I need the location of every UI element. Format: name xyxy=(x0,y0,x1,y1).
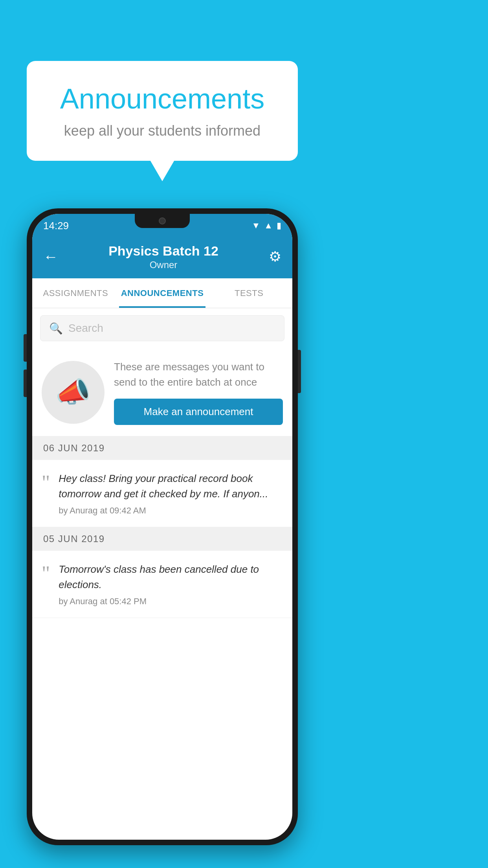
volume-up-button[interactable] xyxy=(24,334,27,362)
search-bar[interactable]: 🔍 Search xyxy=(40,315,284,341)
date-section-2: 05 JUN 2019 xyxy=(32,527,292,551)
status-icons: ▼ ▲ ▮ xyxy=(251,221,281,231)
bubble-subtitle: keep all your students informed xyxy=(50,123,274,139)
search-container: 🔍 Search xyxy=(32,308,292,348)
prompt-description: These are messages you want to send to t… xyxy=(114,359,283,390)
make-announcement-button[interactable]: Make an announcement xyxy=(114,399,283,425)
search-icon: 🔍 xyxy=(49,322,63,335)
camera xyxy=(159,217,166,224)
tab-assignments[interactable]: ASSIGNMENTS xyxy=(32,278,119,308)
announcement-prompt: 📣 These are messages you want to send to… xyxy=(32,348,292,436)
wifi-icon: ▼ xyxy=(251,221,260,231)
notch xyxy=(135,214,190,228)
settings-button[interactable]: ⚙ xyxy=(269,248,281,265)
message-item-1[interactable]: " Hey class! Bring your practical record… xyxy=(32,460,292,527)
message-text-2: Tomorrow's class has been cancelled due … xyxy=(59,562,283,592)
header-subtitle: Owner xyxy=(108,259,218,270)
search-placeholder: Search xyxy=(68,322,103,335)
phone-screen: 14:29 ▼ ▲ ▮ ← Physics Batch 12 Owner ⚙ A… xyxy=(32,214,292,840)
back-button[interactable]: ← xyxy=(43,248,58,265)
volume-down-button[interactable] xyxy=(24,370,27,397)
quote-icon-1: " xyxy=(42,473,50,493)
message-meta-2: by Anurag at 05:42 PM xyxy=(59,596,283,607)
message-meta-1: by Anurag at 09:42 AM xyxy=(59,506,283,516)
prompt-right: These are messages you want to send to t… xyxy=(114,359,283,425)
message-text-1: Hey class! Bring your practical record b… xyxy=(59,471,283,502)
date-label-2: 05 JUN 2019 xyxy=(43,533,105,544)
bubble-title: Announcements xyxy=(50,83,274,115)
speech-bubble-container: Announcements keep all your students inf… xyxy=(27,61,298,161)
message-content-1: Hey class! Bring your practical record b… xyxy=(59,471,283,516)
megaphone-icon: 📣 xyxy=(55,375,91,409)
status-time: 14:29 xyxy=(43,220,69,232)
header-center: Physics Batch 12 Owner xyxy=(108,243,218,270)
power-button[interactable] xyxy=(298,350,301,393)
tab-announcements[interactable]: ANNOUNCEMENTS xyxy=(119,278,206,308)
phone-frame: 14:29 ▼ ▲ ▮ ← Physics Batch 12 Owner ⚙ A… xyxy=(27,208,298,845)
date-label-1: 06 JUN 2019 xyxy=(43,443,105,453)
battery-icon: ▮ xyxy=(277,221,281,231)
app-header: ← Physics Batch 12 Owner ⚙ xyxy=(32,235,292,278)
quote-icon-2: " xyxy=(42,563,50,584)
date-section-1: 06 JUN 2019 xyxy=(32,436,292,460)
tab-tests[interactable]: TESTS xyxy=(205,278,292,308)
tab-bar: ASSIGNMENTS ANNOUNCEMENTS TESTS xyxy=(32,278,292,308)
header-title: Physics Batch 12 xyxy=(108,243,218,259)
signal-icon: ▲ xyxy=(264,221,273,231)
message-item-2[interactable]: " Tomorrow's class has been cancelled du… xyxy=(32,551,292,618)
megaphone-circle: 📣 xyxy=(42,361,105,424)
message-content-2: Tomorrow's class has been cancelled due … xyxy=(59,562,283,607)
speech-bubble: Announcements keep all your students inf… xyxy=(27,61,298,161)
